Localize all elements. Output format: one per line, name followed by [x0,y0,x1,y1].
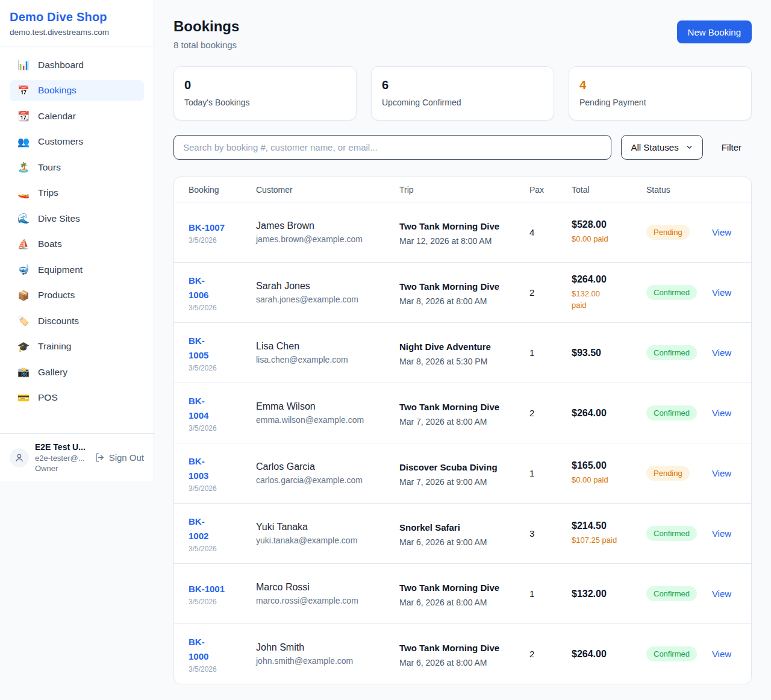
status-cell: Confirmed [646,646,707,661]
new-booking-button[interactable]: New Booking [677,20,752,43]
people-icon: 👥 [17,136,30,148]
customer-email: lisa.chen@example.com [256,355,399,364]
stat-label: Upcoming Confirmed [382,98,543,107]
view-link[interactable]: View [712,528,731,539]
view-link[interactable]: View [712,408,731,418]
booking-cell: BK- 1006 3/5/2026 [189,273,256,312]
trip-cell: Two Tank Morning Dive Mar 7, 2026 at 8:0… [399,400,529,427]
sidebar-item-dive-sites[interactable]: 🌊 Dive Sites [10,208,144,229]
customer-cell: Lisa Chen lisa.chen@example.com [256,341,399,364]
sidebar-item-label: Products [38,290,75,301]
trip-datetime: Mar 7, 2026 at 8:00 AM [399,417,529,427]
customer-email: sarah.jones@example.com [256,295,399,304]
sidebar-item-boats[interactable]: ⛵ Boats [10,234,144,255]
booking-id-link[interactable]: BK- 1000 [189,635,256,664]
booking-id-link[interactable]: BK- 1002 [189,514,256,543]
customer-name: James Brown [256,220,399,231]
sidebar-item-training[interactable]: 🎓 Training [10,336,144,357]
sidebar-item-discounts[interactable]: 🏷️ Discounts [10,310,144,331]
view-link[interactable]: View [712,649,731,659]
sidebar-item-label: Customers [38,136,83,147]
pax-value: 2 [529,408,572,418]
actions-cell: View [707,468,737,479]
status-badge: Confirmed [646,646,697,661]
booking-id-link[interactable]: BK- 1004 [189,394,256,423]
booking-date: 3/5/2026 [189,424,256,433]
main-content: Bookings 8 total bookings New Booking 0 … [154,0,771,700]
booking-id-link[interactable]: BK-1001 [189,582,256,596]
paid-amount: $132.00 paid [572,288,646,311]
total-cell: $528.00 $0.00 paid [572,219,646,245]
graduation-cap-icon: 🎓 [17,341,30,352]
total-cell: $165.00 $0.00 paid [572,460,646,486]
booking-id-link[interactable]: BK- 1005 [189,334,256,363]
booking-id-link[interactable]: BK- 1003 [189,454,256,483]
customer-cell: Carlos Garcia carlos.garcia@example.com [256,461,399,485]
customer-email: yuki.tanaka@example.com [256,536,399,545]
sidebar-item-label: Bookings [38,85,76,96]
total-amount: $214.50 [572,520,646,531]
sidebar-item-pos[interactable]: 💳 POS [10,387,144,408]
actions-cell: View [707,227,737,238]
total-amount: $264.00 [572,649,646,660]
sidebar-header: Demo Dive Shop demo.test.divestreams.com [0,0,154,46]
table-row: BK- 1000 3/5/2026 John Smith john.smith@… [174,623,751,684]
pax-value: 1 [529,589,572,599]
trip-datetime: Mar 8, 2026 at 5:30 PM [399,357,529,366]
view-link[interactable]: View [712,227,731,237]
customer-name: John Smith [256,642,399,653]
customer-email: john.smith@example.com [256,656,399,666]
table-row: BK-1001 3/5/2026 Marco Rossi marco.rossi… [174,563,751,623]
search-input[interactable] [173,135,611,160]
total-amount: $93.50 [572,348,646,358]
speedboat-icon: 🚤 [17,187,30,199]
status-badge: Confirmed [646,285,697,300]
booking-date: 3/5/2026 [189,545,256,553]
camera-icon: 📸 [17,366,30,378]
filter-button[interactable]: Filter [711,142,752,152]
sign-out-button[interactable]: Sign Out [95,452,144,463]
total-amount: $132.00 [572,589,646,599]
table-row: BK-1007 3/5/2026 James Brown james.brown… [174,202,751,262]
booking-date: 3/5/2026 [189,484,256,493]
sidebar-item-calendar[interactable]: 📆 Calendar [10,105,144,127]
booking-id-link[interactable]: BK-1007 [189,220,256,235]
actions-cell: View [707,287,737,298]
pax-value: 4 [529,227,572,237]
status-badge: Pending [646,466,690,481]
sidebar-item-customers[interactable]: 👥 Customers [10,131,144,152]
shop-name: Demo Dive Shop [10,10,144,24]
customer-name: Yuki Tanaka [256,522,399,533]
trip-cell: Two Tank Morning Dive Mar 8, 2026 at 8:0… [399,280,529,306]
pax-value: 1 [529,348,572,358]
sidebar-item-tours[interactable]: 🏝️ Tours [10,157,144,178]
view-link[interactable]: View [712,287,731,298]
trip-name: Night Dive Adventure [399,340,515,354]
sidebar-item-dashboard[interactable]: 📊 Dashboard [10,54,144,75]
status-filter-select[interactable]: All Statuses [621,135,702,160]
sidebar-item-products[interactable]: 📦 Products [10,285,144,306]
booking-cell: BK- 1003 3/5/2026 [189,454,256,493]
trip-cell: Snorkel Safari Mar 6, 2026 at 9:00 AM [399,520,529,547]
bar-chart-icon: 📊 [17,59,30,70]
customer-cell: Emma Wilson emma.wilson@example.com [256,401,399,425]
package-icon: 📦 [17,290,30,301]
paid-amount: $0.00 paid [572,233,646,245]
sidebar-item-equipment[interactable]: 🤿 Equipment [10,259,144,280]
booking-id-link[interactable]: BK- 1006 [189,273,256,302]
sidebar-item-gallery[interactable]: 📸 Gallery [10,361,144,383]
table-row: BK- 1005 3/5/2026 Lisa Chen lisa.chen@ex… [174,322,751,383]
view-link[interactable]: View [712,589,731,599]
view-link[interactable]: View [712,468,731,478]
total-cell: $264.00 [572,408,646,419]
table-row: BK- 1002 3/5/2026 Yuki Tanaka yuki.tanak… [174,503,751,563]
status-badge: Confirmed [646,586,697,601]
status-cell: Confirmed [646,526,707,541]
sidebar-item-trips[interactable]: 🚤 Trips [10,183,144,204]
trip-datetime: Mar 12, 2026 at 8:00 AM [399,236,529,246]
sidebar-item-label: Dashboard [38,60,84,70]
trip-datetime: Mar 8, 2026 at 8:00 AM [399,296,529,306]
trip-cell: Discover Scuba Diving Mar 7, 2026 at 9:0… [399,460,529,487]
view-link[interactable]: View [712,348,731,358]
sidebar-item-bookings[interactable]: 📅 Bookings [10,80,144,101]
